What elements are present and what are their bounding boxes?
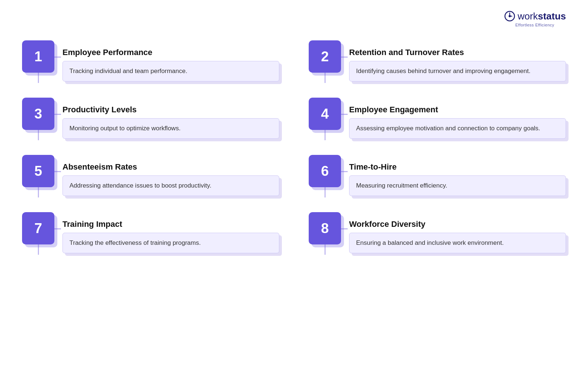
card-right-3: Productivity Levels Monitoring output to… [61,98,279,139]
card-header-5: 5 Absenteeism Rates Addressing attendanc… [22,155,279,197]
card-left-4: 4 [309,98,341,140]
card-right-4: Employee Engagement Assessing employee m… [348,98,566,139]
card-desc-box-2: Identifying causes behind turnover and i… [349,61,566,81]
card-title-8: Workforce Diversity [349,219,566,229]
vline-3 [38,130,39,140]
card-right-1: Employee Performance Tracking individual… [61,40,279,81]
card-item-1: 1 Employee Performance Tracking individu… [22,40,279,83]
card-title-5: Absenteeism Rates [62,162,279,172]
hline-7 [54,228,61,229]
hline-5 [54,171,61,172]
card-desc-3: Monitoring output to optimize workflows. [69,125,180,132]
number-1: 1 [34,49,42,65]
card-left-6: 6 [309,155,341,197]
hline-3 [54,114,61,115]
vline-6 [325,187,326,197]
logo-text: workstatus [518,11,566,22]
card-title-2: Retention and Turnover Rates [349,48,566,57]
card-header-7: 7 Training Impact Tracking the effective… [22,212,279,255]
card-item-4: 4 Employee Engagement Assessing employee… [309,98,566,140]
card-header-6: 6 Time-to-Hire Measuring recruitment eff… [309,155,566,197]
card-desc-7: Tracking the effectiveness of training p… [69,239,201,246]
card-left-1: 1 [22,40,54,83]
card-left-7: 7 [22,212,54,255]
number-2: 2 [321,49,329,65]
card-left-5: 5 [22,155,54,197]
main-grid: 1 Employee Performance Tracking individu… [22,40,566,255]
card-header-4: 4 Employee Engagement Assessing employee… [309,98,566,140]
hline-4 [341,114,348,115]
card-right-8: Workforce Diversity Ensuring a balanced … [348,212,566,253]
number-box-3: 3 [22,98,54,130]
vline-8 [325,244,326,255]
number-8: 8 [321,221,329,236]
card-right-6: Time-to-Hire Measuring recruitment effic… [348,155,566,196]
vline-2 [325,73,326,83]
card-right-5: Absenteeism Rates Addressing attendance … [61,155,279,196]
card-desc-6: Measuring recruitment efficiency. [356,182,447,189]
vline-7 [38,244,39,255]
vline-5 [38,187,39,197]
number-box-7: 7 [22,212,54,244]
card-right-2: Retention and Turnover Rates Identifying… [348,40,566,81]
card-item-7: 7 Training Impact Tracking the effective… [22,212,279,255]
card-header-3: 3 Productivity Levels Monitoring output … [22,98,279,140]
card-title-4: Employee Engagement [349,105,566,115]
card-item-8: 8 Workforce Diversity Ensuring a balance… [309,212,566,255]
card-title-7: Training Impact [62,219,279,229]
number-4: 4 [321,106,329,122]
card-item-2: 2 Retention and Turnover Rates Identifyi… [309,40,566,83]
number-5: 5 [34,163,42,179]
card-desc-8: Ensuring a balanced and inclusive work e… [356,239,504,246]
card-desc-box-3: Monitoring output to optimize workflows. [62,118,279,139]
workstatus-icon [504,10,516,22]
card-item-6: 6 Time-to-Hire Measuring recruitment eff… [309,155,566,197]
card-desc-4: Assessing employee motivation and connec… [356,125,540,132]
card-item-5: 5 Absenteeism Rates Addressing attendanc… [22,155,279,197]
card-desc-1: Tracking individual and team performance… [69,68,187,75]
logo-tagline: Effortless Efficiency [515,23,554,27]
logo-area: workstatus Effortless Efficiency [504,10,566,27]
logo-row: workstatus [504,10,566,22]
card-title-3: Productivity Levels [62,105,279,115]
number-3: 3 [34,106,42,122]
card-desc-2: Identifying causes behind turnover and i… [356,68,530,75]
card-desc-box-5: Addressing attendance issues to boost pr… [62,175,279,196]
card-desc-box-7: Tracking the effectiveness of training p… [62,233,279,253]
number-7: 7 [34,221,42,236]
number-6: 6 [321,163,329,179]
card-desc-box-8: Ensuring a balanced and inclusive work e… [349,233,566,253]
card-desc-box-6: Measuring recruitment efficiency. [349,175,566,196]
number-box-8: 8 [309,212,341,244]
card-desc-box-1: Tracking individual and team performance… [62,61,279,81]
card-desc-5: Addressing attendance issues to boost pr… [69,182,211,189]
card-right-7: Training Impact Tracking the effectivene… [61,212,279,253]
card-left-2: 2 [309,40,341,83]
hline-8 [341,228,348,229]
card-title-6: Time-to-Hire [349,162,566,172]
vline-1 [38,73,39,83]
card-desc-box-4: Assessing employee motivation and connec… [349,118,566,139]
vline-4 [325,130,326,140]
number-box-6: 6 [309,155,341,187]
card-left-8: 8 [309,212,341,255]
number-box-1: 1 [22,40,54,73]
card-header-2: 2 Retention and Turnover Rates Identifyi… [309,40,566,83]
card-header-1: 1 Employee Performance Tracking individu… [22,40,279,83]
card-item-3: 3 Productivity Levels Monitoring output … [22,98,279,140]
number-box-2: 2 [309,40,341,73]
card-left-3: 3 [22,98,54,140]
card-title-1: Employee Performance [62,48,279,57]
hline-6 [341,171,348,172]
number-box-5: 5 [22,155,54,187]
hline-1 [54,57,61,58]
card-header-8: 8 Workforce Diversity Ensuring a balance… [309,212,566,255]
hline-2 [341,57,348,58]
number-box-4: 4 [309,98,341,130]
